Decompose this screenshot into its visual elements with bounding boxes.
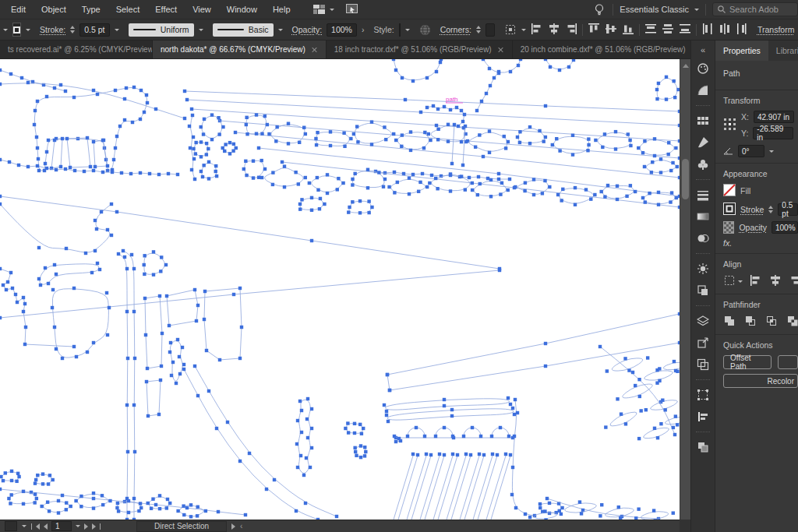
lightbulb-icon[interactable] — [592, 2, 606, 16]
chevron-down-icon[interactable] — [330, 9, 334, 11]
tab-libraries[interactable]: Libraries — [768, 41, 798, 61]
search-input[interactable]: Search Adob — [712, 2, 798, 16]
style-swatch[interactable] — [399, 23, 401, 37]
document-layout-icon[interactable] — [312, 2, 327, 16]
previous-artboard-button[interactable] — [44, 523, 48, 530]
clipped-action-button[interactable] — [778, 355, 798, 369]
menu-select[interactable]: Select — [108, 5, 148, 14]
swatches-icon[interactable] — [693, 111, 713, 130]
stroke-panel-link[interactable]: Stroke — [740, 205, 764, 214]
transform-link[interactable]: Transform — [757, 25, 794, 34]
chevron-down-icon[interactable] — [769, 150, 774, 153]
vertical-scrollbar[interactable] — [680, 59, 690, 520]
pathfinder-unite-button[interactable] — [723, 315, 736, 329]
chevron-down-icon[interactable] — [738, 280, 743, 283]
distribute-top-button[interactable] — [644, 23, 657, 37]
gradient-tool-icon[interactable] — [693, 81, 713, 100]
zoom-level-field[interactable] — [5, 521, 17, 531]
tab-recovered-ai[interactable]: ts recovered.ai* @ 6.25% (CMYK/Preview) — [0, 41, 153, 58]
artboard-canvas[interactable]: path — [0, 59, 680, 520]
close-icon[interactable] — [312, 47, 318, 53]
share-screen-icon[interactable] — [345, 2, 359, 16]
align-left-button[interactable] — [531, 23, 543, 37]
chevron-down-icon[interactable] — [76, 525, 80, 527]
stroke-weight-field[interactable]: 0.5 pt — [778, 203, 798, 216]
align-to-selection-icon[interactable] — [723, 274, 736, 288]
pathfinder-minus-front-button[interactable] — [744, 315, 757, 329]
fill-label[interactable]: Fill — [740, 186, 750, 196]
corners-link[interactable]: Corners: — [440, 25, 471, 34]
distribute-center-vertical-button[interactable] — [662, 23, 674, 37]
stroke-weight-stepper[interactable] — [70, 26, 75, 33]
variable-width-profile-select[interactable]: Uniform — [129, 23, 194, 37]
distribute-bottom-button[interactable] — [679, 23, 691, 37]
y-value-field[interactable]: -26.589 in — [753, 127, 793, 139]
menu-edit[interactable]: Edit — [3, 5, 34, 14]
asset-export-icon[interactable] — [693, 333, 713, 352]
artboard-number-field[interactable]: 1 — [51, 521, 72, 531]
brush-definition-select[interactable]: Basic — [213, 23, 274, 37]
chevron-down-icon[interactable] — [3, 29, 8, 31]
pathfinder-intersect-button[interactable] — [765, 315, 778, 329]
recolor-button[interactable]: Recolor — [723, 374, 798, 388]
align-to-selection-icon[interactable] — [504, 23, 517, 37]
stroke-panel-icon[interactable] — [693, 185, 713, 204]
tab-20-inch-combine[interactable]: 20 inch combine.dxf* @ 51.06% (RGB/Previ… — [513, 41, 707, 58]
opacity-swatch[interactable] — [723, 221, 734, 234]
vector-artwork[interactable]: path — [0, 59, 680, 520]
symbols-icon[interactable] — [693, 155, 713, 174]
align-right-button[interactable] — [565, 23, 577, 37]
chevron-down-icon[interactable] — [521, 29, 526, 31]
opacity-panel-link[interactable]: Opacity — [739, 223, 767, 232]
distribute-left-button[interactable] — [701, 23, 714, 37]
collapse-panels-icon[interactable]: « — [701, 42, 705, 58]
align-bottom-button[interactable] — [622, 23, 634, 37]
offset-path-button[interactable]: Offset Path — [723, 355, 772, 369]
align-left-button[interactable] — [750, 274, 762, 288]
workspace-switcher[interactable]: Essentials Classic — [620, 5, 699, 14]
document-setup-globe-icon[interactable] — [419, 23, 431, 37]
opacity-value-field[interactable]: 100% — [772, 221, 798, 234]
align-panel-icon[interactable] — [693, 407, 713, 426]
corners-stepper[interactable] — [476, 26, 481, 33]
stroke-link[interactable]: Stroke: — [40, 25, 65, 34]
chevron-down-icon[interactable] — [199, 29, 203, 31]
gradient-panel-icon[interactable] — [693, 207, 713, 226]
menu-object[interactable]: Object — [34, 5, 74, 14]
menu-type[interactable]: Type — [74, 5, 108, 14]
align-center-horizontal-button[interactable] — [769, 274, 782, 288]
pathfinder-exclude-button[interactable] — [786, 315, 798, 329]
close-icon[interactable] — [498, 47, 504, 53]
distribute-right-button[interactable] — [736, 23, 748, 37]
tab-18-inch-tractor[interactable]: 18 inch tractor.dxf* @ 51.06% (RGB/Previ… — [327, 41, 513, 58]
next-artboard-button[interactable] — [84, 523, 88, 530]
tab-properties[interactable]: Properties — [715, 41, 768, 61]
align-right-button[interactable] — [789, 274, 798, 288]
brushes-icon[interactable] — [693, 133, 713, 152]
menu-view[interactable]: View — [185, 5, 219, 14]
scroll-up-icon[interactable] — [683, 64, 689, 68]
menu-help[interactable]: Help — [265, 5, 298, 14]
scrollbar-thumb[interactable] — [682, 159, 689, 199]
stroke-weight-stepper[interactable] — [768, 206, 773, 213]
appearance-icon[interactable] — [693, 259, 713, 278]
menu-window[interactable]: Window — [219, 5, 265, 14]
fill-swatch-none[interactable] — [723, 184, 736, 198]
last-artboard-button[interactable] — [92, 523, 101, 530]
opacity-link[interactable]: Opacity: — [292, 25, 323, 34]
align-center-vertical-button[interactable] — [605, 23, 617, 37]
graphic-styles-icon[interactable] — [693, 281, 713, 300]
transform-panel-icon[interactable] — [693, 386, 713, 404]
status-collapse-icon[interactable]: ‹ — [240, 522, 242, 530]
chevron-down-icon[interactable] — [405, 29, 410, 31]
align-center-horizontal-button[interactable] — [548, 23, 560, 37]
pathfinder-panel-icon[interactable] — [693, 438, 713, 456]
x-value-field[interactable]: 42.907 in — [754, 111, 794, 123]
color-icon[interactable] — [693, 59, 713, 78]
first-artboard-button[interactable] — [31, 523, 40, 530]
chevron-down-icon[interactable] — [22, 525, 26, 527]
artboards-icon[interactable] — [693, 355, 713, 374]
tab-north-dakota[interactable]: north dakota* @ 66.67% (CMYK/Preview) — [153, 41, 327, 58]
opacity-expand-icon[interactable]: › — [362, 25, 365, 34]
stroke-weight-field[interactable]: 0.5 pt — [79, 23, 109, 37]
